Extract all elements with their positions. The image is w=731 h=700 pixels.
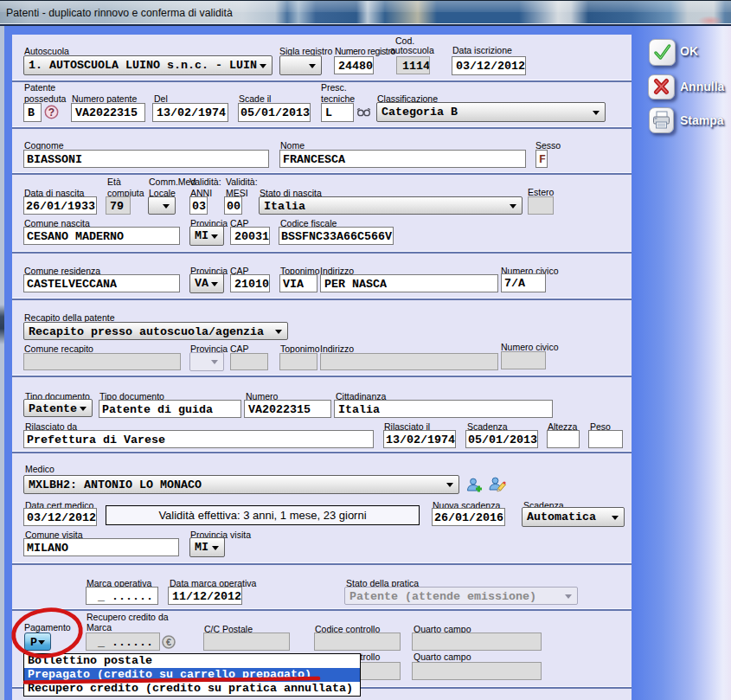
svg-text:?: ? — [48, 106, 55, 119]
svg-text:€: € — [166, 637, 171, 647]
